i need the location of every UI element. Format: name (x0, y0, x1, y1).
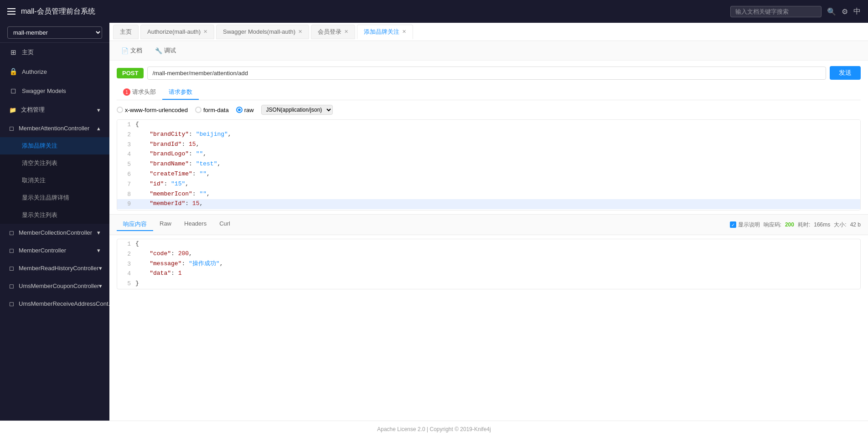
resp-tab-headers[interactable]: Headers (178, 218, 213, 231)
tab-swagger-models-close[interactable]: ✕ (298, 29, 302, 35)
search-icon[interactable]: 🔍 (827, 7, 836, 16)
tab-swagger-models-label: Swagger Models(mall-auth) (223, 28, 295, 35)
radio-x-www[interactable]: x-www-form-urlencoded (117, 107, 188, 113)
sidebar-subitem-show-brand-detail[interactable]: 显示关注品牌详情 (0, 189, 109, 206)
project-selector[interactable]: mall-member (0, 23, 109, 43)
member-collection-header[interactable]: ◻ MemberCollectionController ▾ (0, 224, 109, 242)
code-line-4: 4 "brandLogo": "", (117, 149, 860, 159)
radio-raw-label: raw (244, 107, 254, 113)
tab-add-brand-attention-close[interactable]: ✕ (402, 29, 406, 35)
tab-member-login-close[interactable]: ✕ (344, 29, 348, 35)
response-meta: 显示说明 响应码: 200 耗时: 166ms 大小: 42 b (730, 221, 861, 229)
tab-add-brand-attention-label: 添加品牌关注 (364, 28, 399, 36)
req-tab-params[interactable]: 请求参数 (162, 85, 199, 100)
show-description-text: 显示说明 (738, 221, 760, 229)
sidebar-subitem-add-attention[interactable]: 添加品牌关注 (0, 137, 109, 154)
code-line-9: 9 "memberId": 15, (117, 199, 860, 209)
member-controller-header[interactable]: ◻ MemberController ▾ (0, 242, 109, 259)
send-button[interactable]: 发送 (830, 66, 861, 80)
method-badge: POST (117, 68, 144, 78)
doc-area: 📄 文档 🔧 调试 POST 发送 1 请求头部 (109, 41, 868, 421)
resp-tab-curl-label: Curl (219, 220, 230, 227)
doc-icon: 📄 (121, 47, 129, 54)
sidebar-item-authorize[interactable]: 🔒 Authorize (0, 62, 109, 81)
member-attention-left: ◻ MemberAttentionController (9, 125, 89, 132)
sidebar-subitem-cancel-attention[interactable]: 取消关注 (0, 172, 109, 189)
resp-tab-content[interactable]: 响应内容 (117, 218, 153, 231)
header-right: 🔍 ⚙ 中 (730, 6, 861, 17)
radio-group: x-www-form-urlencoded form-data raw JSON… (117, 105, 861, 115)
sidebar-subitem-clear-attention[interactable]: 清空关注列表 (0, 154, 109, 172)
sidebar-subitem-show-attention-list[interactable]: 显示关注列表 (0, 206, 109, 224)
tab-add-brand-attention[interactable]: 添加品牌关注 ✕ (357, 25, 413, 39)
project-select[interactable]: mall-member (7, 26, 102, 39)
show-brand-detail-label: 显示关注品牌详情 (22, 194, 69, 201)
sidebar-item-swagger-models[interactable]: ◻ Swagger Models (0, 81, 109, 100)
response-header: 响应内容 Raw Headers Curl 显示说明 (109, 214, 868, 235)
debug-icon: 🔧 (155, 47, 162, 54)
ums-address-left: ◻ UmsMemberReceiveAddressCont... (9, 300, 109, 307)
tab-member-login[interactable]: 会员登录 ✕ (311, 25, 355, 39)
api-url-input[interactable] (147, 67, 826, 80)
radio-form-data[interactable]: form-data (195, 107, 229, 113)
code-line-10: 10 "memberNickname": "test" (117, 209, 860, 211)
ums-address-header[interactable]: ◻ UmsMemberReceiveAddressCont... ▾ (0, 295, 109, 313)
api-bar: POST 发送 (109, 61, 868, 85)
req-tab-headers[interactable]: 1 请求头部 (117, 85, 162, 100)
resp-line-2: 2 "code": 200, (117, 249, 860, 259)
ums-coupon-left: ◻ UmsMemberCouponController (9, 283, 99, 289)
show-description-label[interactable]: 显示说明 (730, 221, 760, 229)
response-size: 42 b (850, 221, 861, 228)
sidebar-item-doc-management[interactable]: 📁 文档管理 ▾ (0, 100, 109, 119)
ums-coupon-header[interactable]: ◻ UmsMemberCouponController ▾ (0, 277, 109, 295)
resp-tab-raw[interactable]: Raw (153, 218, 178, 231)
sidebar-item-doc-label: 文档管理 (21, 106, 45, 114)
show-attention-list-label: 显示关注列表 (22, 211, 57, 218)
member-read-history-label: MemberReadHistoryController (19, 265, 99, 272)
req-tab-params-label: 请求参数 (169, 88, 192, 96)
sidebar: mall-member ⊞ 主页 🔒 Authorize ◻ Swagger M… (0, 23, 109, 421)
chevron-down-icon3: ▾ (97, 247, 100, 254)
debug-label: 调试 (164, 46, 176, 55)
radio-x-www-label: x-www-form-urlencoded (125, 107, 188, 113)
page-footer: Apache License 2.0 | Copyright © 2019-Kn… (0, 421, 868, 437)
search-input[interactable] (730, 6, 822, 17)
ums-coupon-icon: ◻ (9, 283, 14, 289)
home-icon: ⊞ (9, 48, 17, 57)
show-description-checkbox[interactable] (730, 221, 736, 228)
debug-button[interactable]: 🔧 调试 (150, 45, 181, 57)
sidebar-item-swagger-models-label: Swagger Models (22, 87, 66, 94)
settings-icon[interactable]: ⚙ (842, 7, 848, 16)
chevron-down-icon2: ▾ (97, 229, 100, 236)
member-read-history-header[interactable]: ◻ MemberReadHistoryController ▾ (0, 259, 109, 277)
member-attention-icon: ◻ (9, 125, 14, 132)
content-area: 主页 Authorize(mall-auth) ✕ Swagger Models… (109, 23, 868, 421)
response-body: 1 { 2 "code": 200, 3 "message": "操作成功", … (109, 235, 868, 293)
tab-authorize-close[interactable]: ✕ (203, 29, 207, 35)
member-attention-header[interactable]: ◻ MemberAttentionController ▴ (0, 119, 109, 137)
doc-management-left: 📁 文档管理 (9, 106, 45, 114)
tabs-bar: 主页 Authorize(mall-auth) ✕ Swagger Models… (109, 23, 868, 41)
member-controller-label: MemberController (19, 247, 66, 254)
resp-tab-curl[interactable]: Curl (213, 218, 237, 231)
code-line-6: 6 "createTime": "", (117, 170, 860, 180)
doc-button[interactable]: 📄 文档 (117, 45, 147, 57)
code-line-8: 8 "memberIcon": "", (117, 190, 860, 200)
chevron-up-icon: ▴ (97, 125, 100, 132)
toolbar-row: 📄 文档 🔧 调试 (109, 41, 868, 61)
sidebar-item-home[interactable]: ⊞ 主页 (0, 43, 109, 62)
request-body-editor[interactable]: 1 { 2 "brandCity": "beijing", 3 "brandId… (117, 119, 861, 211)
lang-icon[interactable]: 中 (853, 7, 861, 16)
radio-x-www-circle (117, 107, 123, 113)
clear-attention-label: 清空关注列表 (22, 159, 57, 166)
radio-raw[interactable]: raw (236, 107, 254, 113)
menu-toggle-button[interactable] (7, 8, 16, 15)
tab-authorize[interactable]: Authorize(mall-auth) ✕ (140, 25, 214, 39)
content-type-select[interactable]: JSON(application/json) (261, 105, 333, 115)
headers-badge: 1 (123, 88, 130, 96)
cancel-attention-label: 取消关注 (22, 177, 46, 184)
tab-main[interactable]: 主页 (113, 25, 139, 39)
tab-swagger-models[interactable]: Swagger Models(mall-auth) ✕ (216, 25, 309, 39)
tab-authorize-label: Authorize(mall-auth) (147, 28, 201, 35)
sidebar-item-authorize-label: Authorize (22, 68, 47, 75)
